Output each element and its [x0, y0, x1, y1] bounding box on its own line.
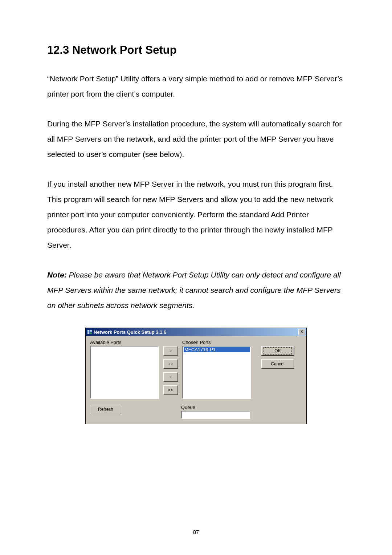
note-paragraph: Note: Please be aware that Network Port … [47, 267, 345, 313]
section-heading: 12.3 Network Port Setup [47, 44, 345, 57]
svg-rect-1 [90, 330, 92, 332]
ok-button-label: OK [264, 347, 292, 355]
chosen-ports-listbox[interactable]: MFCA1719-P1 [182, 346, 251, 399]
page-number: 87 [0, 529, 392, 535]
setup-window: Network Ports Quick Setup 3.1.6 × Availa… [85, 328, 307, 424]
queue-label: Queue [181, 405, 250, 410]
remove-one-button[interactable]: < [163, 372, 178, 382]
queue-input[interactable] [181, 411, 250, 419]
chosen-ports-label: Chosen Ports [182, 340, 251, 345]
close-icon[interactable]: × [298, 329, 305, 335]
window-body: Available Ports > >> < << Chosen Ports [86, 336, 306, 424]
figure-wrap: Network Ports Quick Setup 3.1.6 × Availa… [47, 328, 345, 424]
titlebar: Network Ports Quick Setup 3.1.6 × [86, 328, 306, 336]
window-title: Network Ports Quick Setup 3.1.6 [94, 329, 298, 335]
chosen-port-item[interactable]: MFCA1719-P1 [184, 347, 250, 352]
add-one-button[interactable]: > [163, 346, 178, 356]
add-all-button[interactable]: >> [163, 359, 178, 369]
note-label: Note: [47, 271, 67, 279]
app-icon [87, 329, 92, 335]
available-ports-listbox[interactable] [90, 346, 159, 399]
note-body: Please be aware that Network Port Setup … [47, 271, 341, 309]
ok-button[interactable]: OK [261, 346, 294, 356]
svg-point-3 [90, 332, 92, 334]
paragraph-1: “Network Port Setup” Utility offers a ve… [47, 71, 345, 102]
available-ports-label: Available Ports [90, 340, 159, 345]
refresh-button[interactable]: Refresh [90, 405, 121, 414]
paragraph-2: During the MFP Server’s installation pro… [47, 116, 345, 162]
svg-rect-2 [87, 332, 89, 334]
remove-all-button[interactable]: << [163, 385, 178, 395]
cancel-button[interactable]: Cancel [261, 359, 294, 369]
document-page: 12.3 Network Port Setup “Network Port Se… [0, 0, 392, 555]
svg-rect-0 [87, 330, 89, 332]
paragraph-3: If you install another new MFP Server in… [47, 177, 345, 253]
